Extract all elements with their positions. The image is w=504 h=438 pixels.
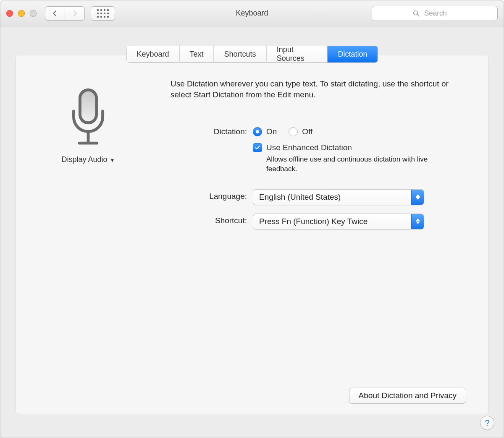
zoom-window-button[interactable] xyxy=(30,10,37,17)
enhanced-dictation-checkbox[interactable] xyxy=(253,143,262,152)
about-button-label: About Dictation and Privacy xyxy=(359,391,457,400)
minimize-window-button[interactable] xyxy=(18,10,25,17)
preferences-window: Keyboard Keyboard Text Shortcuts Input S… xyxy=(0,0,504,438)
checkmark-icon xyxy=(255,145,260,151)
language-select[interactable]: English (United States) xyxy=(253,189,424,205)
updown-stepper-icon xyxy=(411,190,424,205)
chevron-left-icon xyxy=(51,10,59,17)
help-icon: ? xyxy=(485,418,489,428)
tab-input-sources[interactable]: Input Sources xyxy=(266,46,328,63)
shortcut-label: Shortcut: xyxy=(38,214,253,228)
enhanced-dictation-description: Allows offline use and continuous dictat… xyxy=(266,155,451,174)
forward-button[interactable] xyxy=(65,6,85,21)
dictation-off-label: Off xyxy=(302,127,312,136)
search-input[interactable] xyxy=(423,9,457,18)
tab-keyboard[interactable]: Keyboard xyxy=(126,46,179,63)
show-all-button[interactable] xyxy=(91,6,115,21)
tab-shortcuts[interactable]: Shortcuts xyxy=(214,46,266,63)
window-controls xyxy=(6,10,37,17)
grid-icon xyxy=(97,9,109,18)
titlebar: Keyboard xyxy=(0,0,504,26)
dictation-off-radio[interactable] xyxy=(289,127,298,136)
enhanced-dictation-label: Use Enhanced Dictation xyxy=(266,143,352,152)
row-language: Language: English (United States) xyxy=(38,189,456,207)
dictation-label: Dictation: xyxy=(38,125,253,139)
row-dictation: Dictation: On Off Use Enhanced xyxy=(38,125,456,174)
back-button[interactable] xyxy=(45,6,65,21)
tab-dictation[interactable]: Dictation xyxy=(327,46,378,63)
close-window-button[interactable] xyxy=(6,10,13,17)
search-field[interactable] xyxy=(372,6,498,21)
row-shortcut: Shortcut: Press Fn (Function) Key Twice xyxy=(38,214,456,231)
dictation-on-radio[interactable] xyxy=(253,127,262,136)
svg-line-1 xyxy=(417,14,419,16)
nav-buttons xyxy=(45,6,85,21)
help-button[interactable]: ? xyxy=(480,416,494,430)
dictation-intro-text: Use Dictation wherever you can type text… xyxy=(171,78,466,100)
shortcut-select[interactable]: Press Fn (Function) Key Twice xyxy=(253,214,424,229)
shortcut-value: Press Fn (Function) Key Twice xyxy=(259,217,368,226)
content-panel: Display Audio ▼ Use Dictation wherever y… xyxy=(16,55,488,414)
tab-text[interactable]: Text xyxy=(179,46,214,63)
dictation-pane: Display Audio ▼ Use Dictation wherever y… xyxy=(38,78,466,404)
language-label: Language: xyxy=(38,189,253,203)
dictation-on-label: On xyxy=(266,127,277,136)
svg-rect-2 xyxy=(80,90,96,123)
dictation-form: Dictation: On Off Use Enhanced xyxy=(38,125,456,231)
language-value: English (United States) xyxy=(259,193,341,202)
tab-bar: Keyboard Text Shortcuts Input Sources Di… xyxy=(126,46,378,63)
chevron-right-icon xyxy=(71,10,79,17)
updown-stepper-icon xyxy=(411,214,424,229)
about-dictation-privacy-button[interactable]: About Dictation and Privacy xyxy=(349,388,466,404)
search-icon xyxy=(412,10,420,17)
